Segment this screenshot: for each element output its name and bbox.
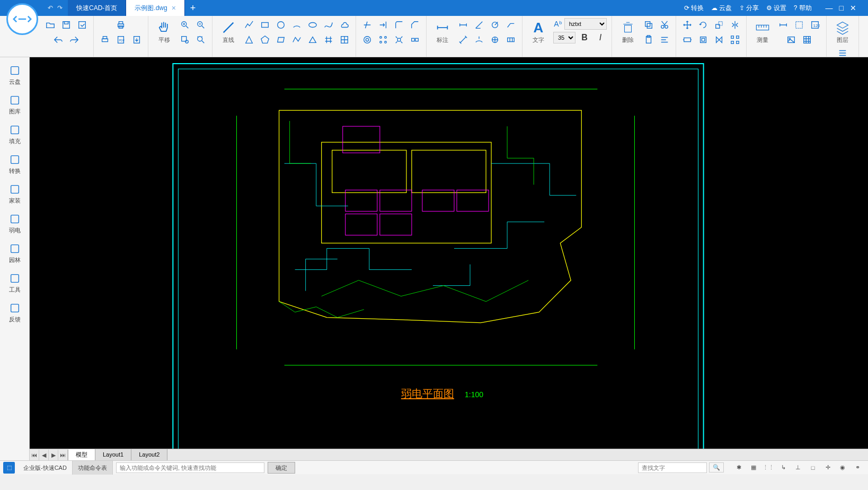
- spline-icon[interactable]: [322, 18, 335, 32]
- lp-electric-icon[interactable]: 弱电: [0, 209, 29, 239]
- close-button[interactable]: ✕: [850, 4, 856, 12]
- rotate-icon[interactable]: [696, 18, 710, 32]
- table-icon[interactable]: [800, 33, 814, 47]
- confirm-button[interactable]: 确定: [268, 462, 295, 474]
- chamfer-icon[interactable]: [408, 18, 422, 32]
- cloud-shape-icon[interactable]: [338, 18, 351, 32]
- layout-tab-model[interactable]: 模型: [68, 449, 95, 460]
- dim-angle-icon[interactable]: [472, 18, 486, 32]
- layer-tool[interactable]: 图层: [831, 18, 854, 46]
- lp-cloud-icon[interactable]: 云盘: [0, 60, 29, 90]
- parallelogram-icon[interactable]: [274, 33, 288, 47]
- triangle2-icon[interactable]: [306, 33, 320, 47]
- layout-tab-1[interactable]: Layout1: [95, 449, 131, 460]
- layout-tab-2[interactable]: Layout2: [131, 449, 167, 460]
- tab-example-dwg[interactable]: 示例图.dwg ×: [126, 0, 185, 16]
- dim-arc-icon[interactable]: [472, 33, 486, 47]
- print-icon[interactable]: [114, 18, 128, 32]
- hash-icon[interactable]: [322, 33, 335, 47]
- pan-tool[interactable]: 平移: [153, 18, 176, 47]
- grid2-icon[interactable]: ⋮⋮: [763, 462, 774, 473]
- lp-feedback-icon[interactable]: 反馈: [0, 298, 29, 328]
- settings-button[interactable]: ⚙设置: [766, 4, 786, 13]
- lp-tree-icon[interactable]: 园林: [0, 239, 29, 268]
- bold-icon[interactable]: B: [578, 31, 591, 45]
- font-select[interactable]: hztxt: [564, 18, 607, 30]
- block-icon[interactable]: [696, 33, 710, 47]
- drawing-canvas[interactable]: 弱电平面图 1:100 ⏮ ◀ ▶ ⏭ 模型 Layout1 Layout2: [30, 57, 868, 460]
- lp-fill-icon[interactable]: 填充: [0, 120, 29, 150]
- cloud-button[interactable]: ☁云盘: [711, 4, 732, 13]
- grid-icon[interactable]: [338, 33, 351, 47]
- search-text-input[interactable]: [638, 462, 707, 473]
- mirror-icon[interactable]: [728, 18, 742, 32]
- help-button[interactable]: ?帮助: [794, 4, 812, 13]
- nav-back-icon[interactable]: ↶: [48, 4, 53, 12]
- area-icon[interactable]: [792, 18, 806, 32]
- trim-icon[interactable]: [360, 18, 374, 32]
- line-tool[interactable]: 直线: [217, 18, 240, 47]
- fillet-icon[interactable]: [392, 18, 406, 32]
- perp-icon[interactable]: ⊥: [793, 462, 803, 473]
- redo-icon[interactable]: [67, 33, 81, 47]
- next-layout-icon[interactable]: ▶: [49, 450, 58, 460]
- share-button[interactable]: ⇪分享: [739, 4, 759, 13]
- lp-refresh-icon[interactable]: 转换: [0, 150, 29, 179]
- paste-icon[interactable]: [642, 33, 656, 47]
- last-layout-icon[interactable]: ⏭: [58, 450, 68, 460]
- arc-icon[interactable]: [290, 18, 304, 32]
- array2-icon[interactable]: [728, 33, 742, 47]
- delete-tool[interactable]: 删除: [616, 18, 640, 47]
- copy-icon[interactable]: [642, 18, 656, 32]
- snap-icon[interactable]: ✱: [733, 462, 744, 473]
- circle-icon[interactable]: [274, 18, 288, 32]
- osnap-icon[interactable]: □: [808, 462, 818, 473]
- dim-aligned-icon[interactable]: [456, 33, 470, 47]
- print2-icon[interactable]: [98, 33, 112, 47]
- nav-forward-icon[interactable]: ↷: [57, 4, 63, 12]
- extend-icon[interactable]: [376, 18, 390, 32]
- add-tab-button[interactable]: +: [185, 0, 201, 16]
- grid-icon[interactable]: ▦: [748, 462, 759, 473]
- minimize-button[interactable]: —: [826, 4, 833, 12]
- ortho-icon[interactable]: ↳: [778, 462, 789, 473]
- polyline-icon[interactable]: [242, 18, 256, 32]
- text-style-icon[interactable]: Aᵇ: [554, 20, 562, 28]
- text-tool[interactable]: A 文字: [527, 18, 550, 46]
- join-icon[interactable]: [408, 33, 422, 47]
- polyline2-icon[interactable]: [290, 33, 304, 47]
- rect-icon[interactable]: [258, 18, 272, 32]
- size-select[interactable]: 350: [553, 32, 575, 43]
- cut-icon[interactable]: [658, 18, 671, 32]
- func-table-button[interactable]: 功能命令表: [73, 461, 113, 475]
- measure-tool[interactable]: 测量: [751, 18, 774, 47]
- dim-linear-icon[interactable]: [456, 18, 470, 32]
- export-icon[interactable]: [130, 33, 144, 47]
- undo-icon[interactable]: [51, 33, 65, 47]
- lp-tool-icon[interactable]: 工具: [0, 268, 29, 298]
- open-icon[interactable]: [43, 18, 57, 32]
- dim-ord-icon[interactable]: [488, 33, 502, 47]
- dist-icon[interactable]: [776, 18, 790, 32]
- ellipse-icon[interactable]: [306, 18, 320, 32]
- lp-image-icon[interactable]: 图库: [0, 90, 29, 120]
- convert-button[interactable]: ⟳转换: [684, 4, 704, 13]
- link-icon[interactable]: ⚭: [852, 462, 863, 473]
- saveas-icon[interactable]: [75, 18, 89, 32]
- maximize-button[interactable]: □: [839, 4, 844, 12]
- prev-layout-icon[interactable]: ◀: [39, 450, 49, 460]
- pdf-icon[interactable]: PDF: [114, 33, 128, 47]
- close-icon[interactable]: ×: [172, 4, 176, 12]
- zoom-window-icon[interactable]: [178, 33, 192, 47]
- align-icon[interactable]: [658, 33, 671, 47]
- stretch-icon[interactable]: [680, 33, 694, 47]
- offset-icon[interactable]: [360, 33, 374, 47]
- color-tool[interactable]: 颜色: [863, 18, 868, 47]
- scale-icon[interactable]: [712, 18, 726, 32]
- app-logo[interactable]: [6, 3, 38, 35]
- array-icon[interactable]: [376, 33, 390, 47]
- triangle-icon[interactable]: [242, 33, 256, 47]
- search-icon[interactable]: 🔍: [709, 462, 724, 472]
- command-input[interactable]: [116, 462, 264, 473]
- pentagon-icon[interactable]: [258, 33, 272, 47]
